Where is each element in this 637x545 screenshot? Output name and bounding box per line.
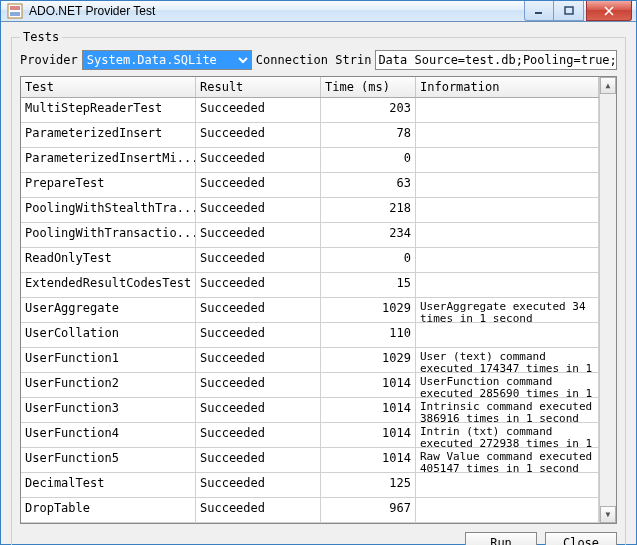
table-row[interactable]: UserCollationSucceeded110 bbox=[21, 323, 599, 348]
table-row[interactable]: PrepareTestSucceeded63 bbox=[21, 173, 599, 198]
column-header-time[interactable]: Time (ms) bbox=[321, 77, 416, 97]
cell: Succeeded bbox=[196, 98, 321, 122]
titlebar[interactable]: ADO.NET Provider Test bbox=[1, 1, 636, 22]
table-row[interactable]: UserFunction3Succeeded1014Intrinsic comm… bbox=[21, 398, 599, 423]
cell: Succeeded bbox=[196, 448, 321, 472]
cell-info: User (text) command executed 174347 time… bbox=[416, 348, 599, 372]
cell: ExtendedResultCodesTest bbox=[21, 273, 196, 297]
cell: Succeeded bbox=[196, 173, 321, 197]
window-controls bbox=[524, 1, 632, 21]
column-header-test[interactable]: Test bbox=[21, 77, 196, 97]
cell-info bbox=[416, 198, 599, 222]
scroll-track[interactable] bbox=[600, 94, 616, 506]
cell: ParameterizedInsert bbox=[21, 123, 196, 147]
cell: Succeeded bbox=[196, 298, 321, 322]
cell: 110 bbox=[321, 323, 416, 347]
table-row[interactable]: UserFunction4Succeeded1014Intrin (txt) c… bbox=[21, 423, 599, 448]
table-row[interactable]: ExtendedResultCodesTestSucceeded15 bbox=[21, 273, 599, 298]
cell: Succeeded bbox=[196, 148, 321, 172]
cell-info: Intrin (txt) command executed 272938 tim… bbox=[416, 423, 599, 447]
cell: 1029 bbox=[321, 298, 416, 322]
column-header-info[interactable]: Information bbox=[416, 77, 599, 97]
cell: MultiStepReaderTest bbox=[21, 98, 196, 122]
scroll-up-button[interactable]: ▲ bbox=[600, 77, 616, 94]
cell: UserFunction4 bbox=[21, 423, 196, 447]
cell: Succeeded bbox=[196, 373, 321, 397]
cell: 967 bbox=[321, 498, 416, 522]
table-row[interactable]: ReadOnlyTestSucceeded0 bbox=[21, 248, 599, 273]
cell: 15 bbox=[321, 273, 416, 297]
close-dialog-button[interactable]: Close bbox=[545, 532, 617, 545]
client-area: Tests Provider System.Data.SQLite Connec… bbox=[1, 22, 636, 545]
cell: Succeeded bbox=[196, 198, 321, 222]
cell: 203 bbox=[321, 98, 416, 122]
table-row[interactable]: UserFunction1Succeeded1029User (text) co… bbox=[21, 348, 599, 373]
footer-buttons: Run Close bbox=[20, 532, 617, 545]
cell: 0 bbox=[321, 248, 416, 272]
provider-label: Provider bbox=[20, 53, 78, 67]
tests-group: Tests Provider System.Data.SQLite Connec… bbox=[11, 30, 626, 545]
scroll-down-button[interactable]: ▼ bbox=[600, 506, 616, 523]
cell-info: Raw Value command executed 405147 times … bbox=[416, 448, 599, 472]
cell: 0 bbox=[321, 148, 416, 172]
table-row[interactable]: PoolingWithTransactio...Succeeded234 bbox=[21, 223, 599, 248]
cell-info: Intrinsic command executed 386916 times … bbox=[416, 398, 599, 422]
table-row[interactable]: DropTableSucceeded967 bbox=[21, 498, 599, 523]
cell: 63 bbox=[321, 173, 416, 197]
cell: ReadOnlyTest bbox=[21, 248, 196, 272]
table-row[interactable]: UserFunction2Succeeded1014UserFunction c… bbox=[21, 373, 599, 398]
cell: UserCollation bbox=[21, 323, 196, 347]
cell-info bbox=[416, 148, 599, 172]
table-row[interactable]: DecimalTestSucceeded125 bbox=[21, 473, 599, 498]
app-icon bbox=[7, 3, 23, 19]
window-title: ADO.NET Provider Test bbox=[29, 4, 524, 18]
cell: 1029 bbox=[321, 348, 416, 372]
grid-header: Test Result Time (ms) Information bbox=[21, 77, 599, 98]
cell: Succeeded bbox=[196, 398, 321, 422]
cell: Succeeded bbox=[196, 323, 321, 347]
cell-info: UserFunction command executed 285690 tim… bbox=[416, 373, 599, 397]
cell: PrepareTest bbox=[21, 173, 196, 197]
table-row[interactable]: UserFunction5Succeeded1014Raw Value comm… bbox=[21, 448, 599, 473]
minimize-button[interactable] bbox=[524, 1, 554, 21]
cell: 1014 bbox=[321, 448, 416, 472]
cell: Succeeded bbox=[196, 223, 321, 247]
table-row[interactable]: ParameterizedInsertSucceeded78 bbox=[21, 123, 599, 148]
column-header-result[interactable]: Result bbox=[196, 77, 321, 97]
cell: 1014 bbox=[321, 398, 416, 422]
cell: 78 bbox=[321, 123, 416, 147]
connection-string-input[interactable] bbox=[375, 50, 617, 70]
cell-info bbox=[416, 323, 599, 347]
cell-info bbox=[416, 123, 599, 147]
cell: Succeeded bbox=[196, 498, 321, 522]
table-row[interactable]: ParameterizedInsertMi...Succeeded0 bbox=[21, 148, 599, 173]
cell-info bbox=[416, 223, 599, 247]
cell-info bbox=[416, 498, 599, 522]
maximize-button[interactable] bbox=[554, 1, 584, 21]
cell-info bbox=[416, 173, 599, 197]
cell: 125 bbox=[321, 473, 416, 497]
cell: DropTable bbox=[21, 498, 196, 522]
provider-select[interactable]: System.Data.SQLite bbox=[82, 50, 252, 70]
cell-info bbox=[416, 473, 599, 497]
vertical-scrollbar[interactable]: ▲ ▼ bbox=[599, 77, 616, 523]
connection-string-label: Connection Strin bbox=[256, 53, 372, 67]
svg-rect-2 bbox=[10, 12, 20, 16]
table-row[interactable]: MultiStepReaderTestSucceeded203 bbox=[21, 98, 599, 123]
cell: UserAggregate bbox=[21, 298, 196, 322]
table-row[interactable]: UserAggregateSucceeded1029UserAggregate … bbox=[21, 298, 599, 323]
cell: Succeeded bbox=[196, 423, 321, 447]
cell: PoolingWithTransactio... bbox=[21, 223, 196, 247]
cell-info bbox=[416, 248, 599, 272]
cell: DecimalTest bbox=[21, 473, 196, 497]
cell: PoolingWithStealthTra... bbox=[21, 198, 196, 222]
grid-body[interactable]: MultiStepReaderTestSucceeded203Parameter… bbox=[21, 98, 599, 523]
table-row[interactable]: PoolingWithStealthTra...Succeeded218 bbox=[21, 198, 599, 223]
close-button[interactable] bbox=[586, 1, 632, 21]
cell: ParameterizedInsertMi... bbox=[21, 148, 196, 172]
svg-rect-4 bbox=[565, 7, 573, 14]
cell: UserFunction1 bbox=[21, 348, 196, 372]
results-grid[interactable]: Test Result Time (ms) Information MultiS… bbox=[20, 76, 617, 524]
run-button[interactable]: Run bbox=[465, 532, 537, 545]
cell: Succeeded bbox=[196, 123, 321, 147]
